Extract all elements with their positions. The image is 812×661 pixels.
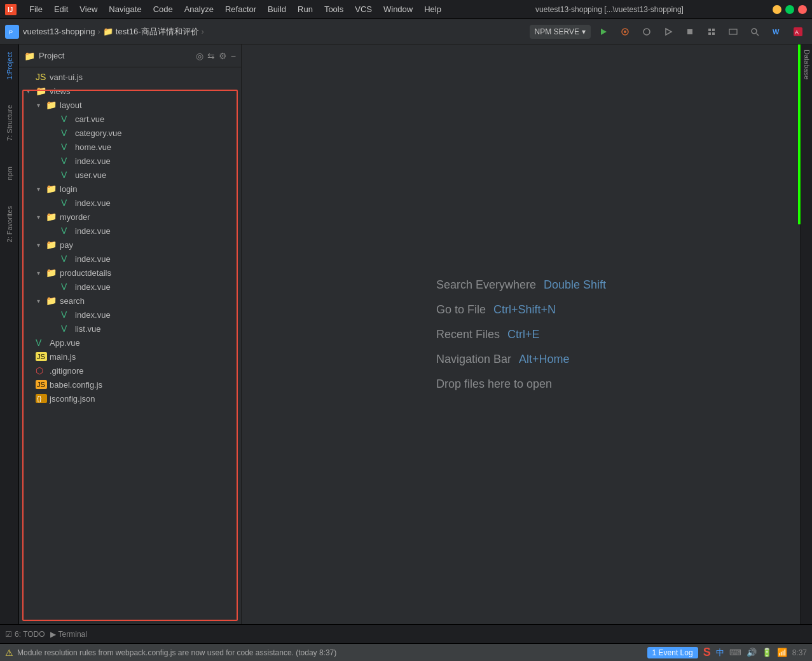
stop-button[interactable]: [681, 23, 699, 41]
excel-button[interactable]: A: [789, 23, 807, 41]
filename: home.vue: [75, 142, 111, 152]
breadcrumb-folder[interactable]: test16-商品详情和评价: [116, 26, 199, 37]
tree-item-pay-index[interactable]: V index.vue: [19, 252, 241, 266]
drop-files-label: Drop files here to open: [436, 378, 552, 391]
navigation-bar-row: Navigation Bar Alt+Home: [436, 353, 606, 366]
filename: index.vue: [75, 226, 111, 236]
tree-item-search-index[interactable]: V index.vue: [19, 308, 241, 322]
event-log-button[interactable]: 1 Event Log: [647, 647, 698, 658]
filename: user.vue: [75, 170, 106, 180]
minimize-button[interactable]: [773, 5, 781, 14]
tree-item-babel[interactable]: JS babel.config.js: [19, 378, 241, 392]
tree-item-home[interactable]: V home.vue: [19, 140, 241, 154]
menu-window[interactable]: Window: [378, 3, 418, 16]
more-button[interactable]: [703, 23, 720, 41]
arrow-icon: ▾: [37, 242, 46, 249]
tree-item-vant-ui[interactable]: JS vant-ui.js: [19, 70, 241, 84]
minimize-panel-icon[interactable]: −: [231, 51, 236, 61]
search-everywhere-shortcut: Double Shift: [544, 278, 606, 292]
panel-title: Project: [39, 51, 192, 60]
speaker-icon: 🔊: [747, 648, 757, 657]
filename: myorder: [60, 212, 90, 222]
maximize-button[interactable]: [785, 5, 794, 14]
menu-analyze[interactable]: Analyze: [179, 3, 219, 16]
collapse-icon[interactable]: ⇆: [207, 51, 215, 61]
vue-icon: V: [61, 170, 72, 180]
welcome-screen: Search Everywhere Double Shift Go to Fil…: [423, 266, 619, 404]
search-everywhere-button[interactable]: [746, 23, 764, 41]
todo-tab[interactable]: ☑ 6: TODO: [5, 630, 45, 639]
run-button[interactable]: [595, 23, 612, 41]
breadcrumb-project[interactable]: vuetest13-shopping: [23, 27, 95, 36]
tree-item-jsconfig[interactable]: {} jsconfig.json: [19, 392, 241, 405]
file-panel: 📁 Project ◎ ⇆ ⚙ − JS vant-ui.js ▾ 📁 view…: [19, 44, 242, 624]
svg-text:IJ: IJ: [8, 6, 13, 13]
menu-build[interactable]: Build: [263, 3, 291, 16]
dropdown-arrow-icon: ▾: [582, 27, 586, 36]
tab-npm[interactable]: npm: [3, 161, 16, 185]
tree-item-login-index[interactable]: V index.vue: [19, 196, 241, 210]
svg-rect-13: [712, 32, 715, 35]
close-button[interactable]: [798, 5, 807, 14]
tree-item-myorder[interactable]: ▾ 📁 myorder: [19, 210, 241, 224]
tree-item-main[interactable]: JS main.js: [19, 350, 241, 364]
menu-navigate[interactable]: Navigate: [104, 3, 146, 16]
status-right: 1 Event Log S 中 ⌨ 🔊 🔋 📶 8:37: [647, 646, 807, 659]
filename: search: [60, 296, 85, 306]
widescreen-button[interactable]: [724, 23, 742, 41]
babel-icon: JS: [36, 380, 47, 389]
menu-run[interactable]: Run: [292, 3, 318, 16]
vue-icon: V: [61, 324, 72, 334]
project-icon: P: [5, 25, 19, 39]
tree-item-myorder-index[interactable]: V index.vue: [19, 224, 241, 238]
npm-serve-label: NPM SERVE: [535, 27, 579, 36]
tree-item-search[interactable]: ▾ 📁 search: [19, 294, 241, 308]
gear-icon[interactable]: ⚙: [219, 51, 227, 61]
tree-item-gitignore[interactable]: ⬡ .gitignore: [19, 364, 241, 378]
menu-help[interactable]: Help: [419, 3, 446, 16]
app-logo: IJ: [5, 4, 17, 15]
coverage-button[interactable]: [638, 23, 656, 41]
npm-serve-button[interactable]: NPM SERVE ▾: [530, 25, 591, 39]
tree-item-productdetails-index[interactable]: V index.vue: [19, 280, 241, 294]
debug-button[interactable]: [616, 23, 634, 41]
terminal-tab[interactable]: ▶ Terminal: [50, 630, 87, 639]
folder-icon: 📁: [46, 184, 57, 194]
menu-code[interactable]: Code: [148, 3, 178, 16]
tree-item-category[interactable]: V category.vue: [19, 126, 241, 140]
tree-item-user[interactable]: V user.vue: [19, 168, 241, 182]
vue-icon: V: [36, 337, 47, 348]
drop-files-row: Drop files here to open: [436, 378, 606, 391]
database-tab[interactable]: Database: [802, 46, 812, 83]
titlebar-left: IJ File Edit View Navigate Code Analyze …: [5, 3, 446, 16]
svg-text:A: A: [795, 29, 799, 36]
menu-refactor[interactable]: Refactor: [220, 3, 261, 16]
menu-vcs[interactable]: VCS: [350, 3, 377, 16]
tab-favorites[interactable]: 2: Favorites: [3, 201, 16, 247]
arrow-icon: ▾: [37, 269, 46, 276]
toolbar: P vuetest13-shopping › 📁 test16-商品详情和评价 …: [0, 19, 812, 44]
tree-item-views[interactable]: ▾ 📁 views: [19, 84, 241, 98]
tree-item-app[interactable]: V App.vue: [19, 336, 241, 350]
folder-icon: 📁: [46, 296, 57, 306]
tree-item-login[interactable]: ▾ 📁 login: [19, 182, 241, 196]
tree-item-layout[interactable]: ▾ 📁 layout: [19, 98, 241, 112]
search-everywhere-label: Search Everywhere: [436, 278, 536, 292]
tree-item-pay[interactable]: ▾ 📁 pay: [19, 238, 241, 252]
tree-item-cart[interactable]: V cart.vue: [19, 112, 241, 126]
menu-tools[interactable]: Tools: [319, 3, 348, 16]
tree-item-productdetails[interactable]: ▾ 📁 productdetails: [19, 266, 241, 280]
svg-line-16: [757, 33, 759, 36]
menu-file[interactable]: File: [24, 3, 48, 16]
svg-rect-11: [712, 29, 715, 31]
profile-button[interactable]: [659, 23, 677, 41]
tab-structure[interactable]: 7: Structure: [3, 100, 16, 146]
settings-circle-icon[interactable]: ◎: [196, 51, 203, 61]
filename: babel.config.js: [50, 380, 102, 390]
tree-item-layout-index[interactable]: V index.vue: [19, 154, 241, 168]
tree-item-list[interactable]: V list.vue: [19, 322, 241, 336]
word-button[interactable]: W: [767, 23, 785, 41]
menu-view[interactable]: View: [74, 3, 102, 16]
tab-project[interactable]: 1:Project: [3, 47, 16, 85]
menu-edit[interactable]: Edit: [49, 3, 73, 16]
